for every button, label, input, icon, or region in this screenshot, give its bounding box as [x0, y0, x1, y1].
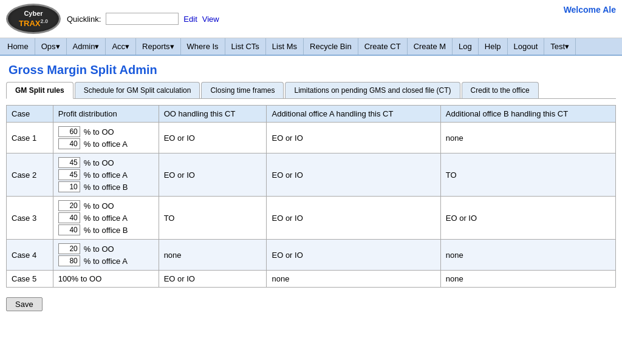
profit-row-4-0: 100% to OO — [58, 274, 154, 283]
profit-label: % to office A — [84, 170, 128, 180]
profit-row-3-0: % to OO — [58, 243, 154, 254]
nav-item-listcts[interactable]: List CTs — [225, 38, 266, 55]
table-row: Case 2% to OO% to office A% to office BE… — [7, 153, 616, 197]
nav-item-reports[interactable]: Reports▾ — [136, 38, 181, 55]
tab-0[interactable]: GM Split rules — [6, 82, 73, 99]
tabs: GM Split rulesSchedule for GM Split calc… — [6, 82, 616, 99]
nav-item-home[interactable]: Home — [1, 38, 35, 55]
profit-label: % to office A — [84, 214, 128, 223]
tab-1[interactable]: Schedule for GM Split calculation — [75, 82, 200, 98]
profit-cell-0: % to OO% to office A — [53, 123, 159, 153]
profit-input-1-0[interactable] — [58, 157, 80, 168]
addb-cell-4: none — [440, 271, 615, 288]
profit-label: % to OO — [84, 201, 114, 211]
profit-row-0-1: % to office A — [58, 138, 154, 149]
case-cell-3: Case 4 — [7, 240, 53, 271]
edit-link[interactable]: Edit — [183, 15, 197, 24]
adda-cell-2: EO or IO — [267, 197, 440, 240]
profit-row-1-1: % to office A — [58, 169, 154, 180]
nav-item-admin[interactable]: Admin▾ — [67, 38, 106, 55]
profit-label: % to office B — [84, 183, 128, 192]
profit-row-2-2: % to office B — [58, 224, 154, 235]
case-cell-2: Case 3 — [7, 197, 53, 240]
nav-item-log[interactable]: Log — [453, 38, 479, 55]
quicklink-area: Quicklink: Edit View — [67, 13, 219, 25]
nav-item-test[interactable]: Test▾ — [544, 38, 576, 55]
header: Cyber TRAX2.0 Quicklink: Edit View Welco… — [0, 0, 622, 38]
navbar: HomeOps▾Admin▾Acc▾Reports▾Where IsList C… — [0, 38, 622, 56]
col-header-0: Case — [7, 106, 53, 123]
table-row: Case 3% to OO% to office A% to office BT… — [7, 197, 616, 240]
addb-cell-2: EO or IO — [440, 197, 615, 240]
tab-3[interactable]: Limitations on pending GMS and closed fi… — [285, 82, 460, 98]
addb-cell-0: none — [440, 123, 615, 153]
col-header-4: Additional office B handling this CT — [440, 106, 615, 123]
nav-item-whereis[interactable]: Where Is — [181, 38, 225, 55]
adda-cell-4: none — [267, 271, 440, 288]
profit-input-2-1[interactable] — [58, 212, 80, 223]
nav-item-ops[interactable]: Ops▾ — [35, 38, 67, 55]
profit-input-0-1[interactable] — [58, 138, 80, 149]
nav-item-createm[interactable]: Create M — [408, 38, 453, 55]
table-row: Case 1% to OO% to office AEO or IOEO or … — [7, 123, 616, 153]
main-content: CaseProfit distributionOO handling this … — [0, 99, 622, 317]
case-cell-0: Case 1 — [7, 123, 53, 153]
table-row: Case 4% to OO% to office AnoneEO or IOno… — [7, 240, 616, 271]
save-button[interactable]: Save — [6, 297, 43, 311]
profit-label: % to office A — [84, 257, 128, 266]
profit-input-3-1[interactable] — [58, 255, 80, 266]
profit-input-2-0[interactable] — [58, 200, 80, 211]
col-header-3: Additional office A handling this CT — [267, 106, 440, 123]
page-title: Gross Margin Split Admin — [0, 56, 622, 82]
oo-cell-2: TO — [159, 197, 267, 240]
adda-cell-0: EO or IO — [267, 123, 440, 153]
profit-input-0-0[interactable] — [58, 126, 80, 137]
gm-split-table: CaseProfit distributionOO handling this … — [6, 105, 616, 288]
tab-4[interactable]: Credit to the office — [462, 82, 539, 98]
quicklink-label: Quicklink: — [67, 15, 101, 24]
view-link[interactable]: View — [202, 15, 219, 24]
profit-cell-1: % to OO% to office A% to office B — [53, 153, 159, 197]
adda-cell-1: EO or IO — [267, 153, 440, 197]
welcome-text: Welcome Ale — [564, 5, 616, 15]
nav-item-listms[interactable]: List Ms — [266, 38, 304, 55]
table-header: CaseProfit distributionOO handling this … — [7, 106, 616, 123]
profit-row-1-2: % to office B — [58, 181, 154, 192]
profit-row-1-0: % to OO — [58, 157, 154, 168]
quicklink-input[interactable] — [106, 13, 179, 25]
profit-row-3-1: % to office A — [58, 255, 154, 266]
profit-input-2-2[interactable] — [58, 224, 80, 235]
profit-label: % to office B — [84, 226, 128, 235]
profit-input-1-1[interactable] — [58, 169, 80, 180]
profit-input-1-2[interactable] — [58, 181, 80, 192]
profit-label: % to office A — [84, 140, 128, 149]
profit-input-3-0[interactable] — [58, 243, 80, 254]
oo-cell-4: EO or IO — [159, 271, 267, 288]
oo-cell-0: EO or IO — [159, 123, 267, 153]
logo-trax-text: TRAX2.0 — [19, 19, 48, 28]
table-body: Case 1% to OO% to office AEO or IOEO or … — [7, 123, 616, 288]
profit-label: % to OO — [84, 244, 114, 254]
case-cell-4: Case 5 — [7, 271, 53, 288]
tab-2[interactable]: Closing time frames — [201, 82, 284, 98]
logo: Cyber TRAX2.0 — [6, 4, 61, 34]
adda-cell-3: EO or IO — [267, 240, 440, 271]
nav-item-logout[interactable]: Logout — [508, 38, 545, 55]
oo-cell-1: EO or IO — [159, 153, 267, 197]
profit-cell-2: % to OO% to office A% to office B — [53, 197, 159, 240]
profit-row-2-1: % to office A — [58, 212, 154, 223]
profit-cell-4: 100% to OO — [53, 271, 159, 288]
nav-item-acc[interactable]: Acc▾ — [106, 38, 136, 55]
addb-cell-3: none — [440, 240, 615, 271]
nav-item-help[interactable]: Help — [479, 38, 508, 55]
col-header-1: Profit distribution — [53, 106, 159, 123]
addb-cell-1: TO — [440, 153, 615, 197]
profit-label: % to OO — [84, 158, 114, 167]
table-row: Case 5100% to OOEO or IOnonenone — [7, 271, 616, 288]
profit-cell-3: % to OO% to office A — [53, 240, 159, 271]
nav-item-recyclebin[interactable]: Recycle Bin — [304, 38, 358, 55]
oo-cell-3: none — [159, 240, 267, 271]
case-cell-1: Case 2 — [7, 153, 53, 197]
profit-row-0-0: % to OO — [58, 126, 154, 137]
nav-item-createct[interactable]: Create CT — [358, 38, 408, 55]
